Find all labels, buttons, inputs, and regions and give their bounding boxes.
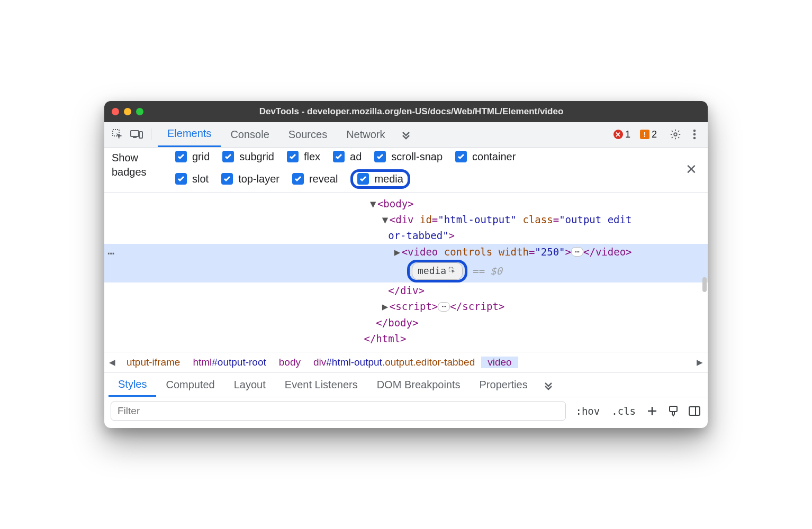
device-toolbar-icon[interactable] [129, 126, 145, 142]
badge-checkbox-media[interactable]: media [357, 173, 403, 185]
svg-point-5 [693, 130, 696, 132]
close-window-button[interactable] [112, 108, 119, 115]
subtab-layout[interactable]: Layout [224, 373, 275, 397]
svg-rect-9 [670, 406, 677, 412]
checkmark-icon [175, 151, 187, 162]
dom-tree[interactable]: ▼<body> ▼<div id="html-output" class="ou… [104, 193, 708, 352]
media-badge-highlighted: media [407, 260, 467, 282]
breadcrumb-scroll-right[interactable]: ▶ [692, 358, 708, 367]
paint-flash-icon[interactable] [666, 404, 680, 418]
dom-node-div[interactable]: ▼<div id="html-output" class="output edi… [104, 212, 708, 227]
svg-point-6 [693, 133, 696, 136]
checkmark-icon [333, 151, 345, 162]
checkmark-icon [175, 173, 187, 185]
subtab-event-listeners[interactable]: Event Listeners [275, 373, 367, 397]
breadcrumb-item[interactable]: utput-iframe [120, 357, 186, 368]
breadcrumb-item[interactable]: body [273, 357, 307, 368]
breadcrumb-item-selected[interactable]: video [481, 357, 518, 368]
panel-tabs: Elements Console Sources Network [158, 122, 417, 147]
collapsed-content-icon[interactable]: ⋯ [438, 302, 450, 312]
scrollbar-thumb[interactable] [702, 277, 707, 292]
maximize-window-button[interactable] [136, 108, 143, 115]
styles-filter-row: :hov .cls [104, 397, 708, 428]
toolbar-separator [151, 129, 151, 140]
checkmark-icon [292, 173, 304, 185]
dom-node-video-selected[interactable]: ⋯ ▶<video controls width="250">⋯</video> [104, 244, 708, 260]
settings-icon[interactable] [667, 126, 683, 142]
svg-rect-10 [689, 407, 700, 415]
dom-node-script[interactable]: ▶<script>⋯</script> [104, 298, 708, 314]
media-badge[interactable]: media [412, 262, 463, 280]
badge-checkbox-reveal[interactable]: reveal [292, 173, 338, 185]
dom-node-body[interactable]: ▼<body> [104, 196, 708, 212]
checkmark-icon [221, 173, 233, 185]
tab-elements[interactable]: Elements [158, 122, 221, 147]
inspect-element-icon[interactable] [110, 126, 125, 142]
svg-point-4 [674, 133, 677, 136]
warning-icon: ! [640, 130, 649, 139]
hov-toggle[interactable]: :hov [573, 404, 602, 418]
warning-count-value: 2 [652, 129, 657, 140]
more-subtabs-button[interactable] [537, 373, 560, 397]
svg-point-7 [693, 137, 696, 140]
collapse-icon[interactable]: ▼ [382, 212, 390, 227]
subtab-dom-breakpoints[interactable]: DOM Breakpoints [367, 373, 470, 397]
main-toolbar: Elements Console Sources Network ✕ 1 ! 2 [104, 122, 708, 148]
warning-count[interactable]: ! 2 [637, 129, 660, 140]
tab-sources[interactable]: Sources [279, 122, 337, 147]
dollar-zero-ref: $0 [490, 263, 502, 279]
checkmark-icon [455, 151, 467, 162]
dom-node-div-cont[interactable]: or-tabbed"> [104, 227, 708, 243]
badges-list: grid subgrid flex ad scroll-snap contain… [175, 151, 666, 189]
titlebar: DevTools - developer.mozilla.org/en-US/d… [104, 101, 708, 122]
error-count[interactable]: ✕ 1 [610, 129, 634, 140]
computed-sidebar-icon[interactable] [688, 404, 701, 418]
svg-rect-3 [139, 132, 142, 138]
breadcrumb-item[interactable]: div#html-output.output.editor-tabbed [307, 357, 481, 368]
svg-rect-2 [133, 137, 137, 138]
badge-checkbox-media-highlighted: media [350, 169, 410, 189]
svg-rect-1 [131, 131, 139, 136]
breadcrumb-bar: ◀ utput-iframe html#output-root body div… [104, 352, 708, 373]
breadcrumb-scroll-left[interactable]: ◀ [104, 358, 120, 367]
expand-icon[interactable]: ▶ [382, 298, 390, 314]
devtools-window: DevTools - developer.mozilla.org/en-US/d… [104, 101, 708, 428]
expand-icon[interactable]: ▶ [394, 244, 402, 260]
dom-node-video-badge-row: media == $0 [104, 260, 708, 282]
checkmark-icon [222, 151, 234, 162]
badge-checkbox-top-layer[interactable]: top-layer [221, 173, 279, 185]
tab-network[interactable]: Network [337, 122, 394, 147]
collapse-icon[interactable]: ▼ [370, 196, 377, 212]
error-icon: ✕ [613, 130, 623, 139]
dom-node-html-close[interactable]: </html> [104, 331, 708, 346]
checkmark-icon [357, 173, 369, 185]
badges-label: Show badges [112, 151, 159, 179]
new-style-rule-icon[interactable] [645, 404, 659, 418]
collapsed-content-icon[interactable]: ⋯ [571, 247, 583, 257]
dom-node-body-close[interactable]: </body> [104, 315, 708, 331]
minimize-window-button[interactable] [124, 108, 131, 115]
badge-checkbox-subgrid[interactable]: subgrid [222, 151, 274, 163]
subtab-properties[interactable]: Properties [470, 373, 537, 397]
badges-toolbar: Show badges grid subgrid flex ad scroll-… [104, 148, 708, 193]
badge-checkbox-grid[interactable]: grid [175, 151, 210, 163]
styles-filter-input[interactable] [111, 402, 566, 421]
subtab-computed[interactable]: Computed [156, 373, 224, 397]
close-badges-bar-button[interactable]: ✕ [682, 161, 700, 178]
breadcrumb-item[interactable]: html#output-root [186, 357, 272, 368]
tab-console[interactable]: Console [221, 122, 278, 147]
badge-checkbox-flex[interactable]: flex [287, 151, 320, 163]
more-tabs-button[interactable] [395, 122, 417, 147]
inspect-small-icon [448, 267, 457, 275]
cls-toggle[interactable]: .cls [609, 404, 638, 418]
badge-checkbox-ad[interactable]: ad [333, 151, 362, 163]
styles-subtabs: Styles Computed Layout Event Listeners D… [104, 373, 708, 397]
kebab-menu-icon[interactable] [687, 126, 702, 142]
equals-indicator: == [473, 263, 485, 279]
dom-node-div-close[interactable]: </div> [104, 282, 708, 298]
badge-checkbox-slot[interactable]: slot [175, 173, 209, 185]
badge-checkbox-scroll-snap[interactable]: scroll-snap [374, 151, 443, 163]
badge-checkbox-container[interactable]: container [455, 151, 516, 163]
subtab-styles[interactable]: Styles [109, 373, 156, 397]
checkmark-icon [287, 151, 299, 162]
